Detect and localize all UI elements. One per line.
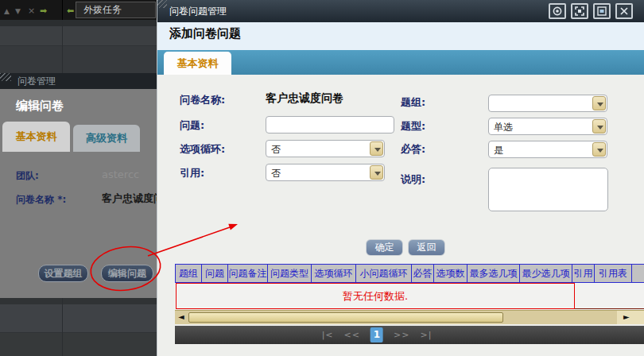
toolbar-divider	[62, 0, 63, 20]
bg-row	[0, 46, 157, 73]
sort-up-icon[interactable]: ▲	[4, 7, 10, 15]
first-page-button[interactable]: |<	[322, 330, 334, 340]
shade-icon	[553, 6, 562, 16]
close-button[interactable]	[615, 3, 633, 19]
maximize-icon	[575, 6, 584, 16]
option-loop-label: 选项循环:	[180, 142, 225, 157]
grid-header-row: 题组 问题 问题备注 问题类型 选项循环 小问题循环 必答 选项数 最多选几项 …	[175, 264, 644, 283]
no-data-message: 暂无任何数据.	[176, 283, 575, 309]
column-header: 引用	[572, 265, 595, 283]
pager-group: |< << 1 >> >|	[322, 326, 433, 344]
questionnaire-name-value: 客户忠诚度问卷	[102, 192, 157, 206]
option-loop-select[interactable]: 否	[266, 140, 385, 157]
prev-page-button[interactable]: <<	[344, 330, 360, 340]
return-button[interactable]: 返回	[408, 239, 445, 256]
option-loop-value: 否	[271, 143, 281, 157]
column-header: 最多选几项	[467, 265, 520, 283]
question-input[interactable]	[266, 118, 394, 134]
dialog-tab-basic[interactable]: 基本资料	[164, 52, 231, 75]
edit-questionnaire-panel: 编辑问卷 基本资料 高级资料 团队: astercc 问卷名称 *: 客户忠诚度…	[0, 89, 157, 298]
bg-column-divider	[62, 20, 63, 73]
horizontal-scrollbar[interactable]: ◄ ►	[175, 310, 644, 324]
bg-row	[0, 20, 157, 26]
questionnaire-name-label: 问卷名称 *:	[16, 193, 66, 207]
panel-header-title: 问卷管理	[17, 75, 56, 87]
description-textarea[interactable]	[488, 168, 608, 211]
shade-button[interactable]	[549, 3, 566, 19]
dialog-heading-strip: 添加问卷问题	[157, 22, 644, 50]
chevron-down-icon[interactable]	[370, 165, 383, 180]
panel-title: 编辑问卷	[16, 99, 64, 114]
panel-tab-advanced[interactable]: 高级资料	[73, 125, 140, 152]
close-icon	[619, 6, 629, 16]
tab-outbound-task[interactable]: 外拨任务	[76, 2, 156, 18]
column-header: 问题	[202, 265, 228, 283]
chevron-down-icon[interactable]	[592, 119, 606, 134]
column-header: 最少选几项	[520, 265, 572, 283]
close-icon[interactable]: ×	[28, 6, 35, 16]
set-question-group-button[interactable]: 设置题组	[38, 265, 88, 282]
confirm-button[interactable]: 确定	[366, 239, 403, 256]
bg-row	[0, 333, 157, 356]
reference-value: 否	[271, 167, 281, 180]
question-type-select[interactable]: 单选	[488, 118, 607, 135]
question-group-label: 题组:	[401, 95, 425, 110]
edit-question-button[interactable]: 编辑问题	[101, 265, 153, 282]
scroll-left-icon[interactable]: ◄	[178, 312, 184, 321]
dialog-titlebar[interactable]: 问卷问题管理	[157, 0, 644, 22]
question-type-value: 单选	[494, 121, 513, 134]
dialog-heading: 添加问卷问题	[169, 26, 241, 41]
questionnaire-name-label: 问卷名称:	[180, 93, 225, 107]
column-header: 问题类型	[268, 265, 312, 283]
team-value: astercc	[102, 168, 139, 180]
next-page-button[interactable]: >>	[394, 330, 409, 340]
column-header: 问题备注	[228, 265, 268, 283]
column-header: 引用表	[595, 265, 632, 283]
back-arrow-icon[interactable]: ⬅	[67, 6, 74, 16]
restore-button[interactable]	[593, 3, 611, 19]
question-input-wrap	[266, 116, 394, 134]
dialog-title: 问卷问题管理	[169, 5, 227, 18]
top-toolbar: ▲ ▼ × ➡ ⬅ 外拨任务	[0, 0, 157, 20]
chevron-down-icon[interactable]	[592, 142, 606, 157]
questionnaire-name-value: 客户忠诚度问卷	[266, 91, 343, 106]
grid-empty-row-remainder	[575, 283, 644, 309]
column-header: 题组	[176, 265, 202, 283]
forward-arrow-icon[interactable]: ➡	[40, 6, 47, 16]
team-label: 团队:	[16, 169, 39, 183]
maximize-button[interactable]	[571, 3, 588, 19]
resize-grip-icon	[157, 0, 167, 8]
question-type-label: 题型:	[401, 119, 425, 134]
required-value: 是	[494, 144, 503, 157]
column-header-filler	[632, 265, 644, 283]
bg-row	[0, 298, 157, 304]
column-header: 小问题循环	[356, 265, 412, 283]
grid-empty-row: 暂无任何数据.	[175, 283, 644, 309]
resize-grip-icon	[0, 73, 11, 81]
dialog-tabstrip: 基本资料	[157, 50, 644, 75]
question-group-select[interactable]	[488, 95, 607, 112]
reference-select[interactable]: 否	[266, 164, 385, 181]
screen: ▲ ▼ × ➡ ⬅ 外拨任务 问卷管理 编辑问卷 基本资料 高级资料 团队: a…	[0, 0, 644, 356]
sort-down-icon[interactable]: ▼	[15, 7, 21, 15]
last-page-button[interactable]: >|	[420, 330, 432, 340]
pagination-bar: |< << 1 >> >|	[175, 326, 644, 344]
question-grid: 题组 问题 问题备注 问题类型 选项循环 小问题循环 必答 选项数 最多选几项 …	[175, 264, 644, 309]
chevron-down-icon[interactable]	[370, 141, 383, 156]
description-label: 说明:	[401, 172, 425, 187]
chevron-down-icon[interactable]	[592, 96, 606, 110]
required-select[interactable]: 是	[488, 141, 607, 158]
restore-icon	[597, 6, 607, 16]
bg-row	[0, 26, 157, 45]
scrollbar-thumb[interactable]	[188, 312, 503, 323]
panel-header: 问卷管理	[0, 73, 157, 89]
current-page-badge[interactable]: 1	[370, 327, 383, 342]
bg-column-divider	[62, 298, 63, 356]
column-header: 选项循环	[312, 265, 356, 283]
scroll-right-button[interactable]: ►	[617, 311, 644, 324]
question-label: 问题:	[180, 118, 204, 133]
scroll-right-icon: ►	[623, 312, 630, 321]
panel-tab-basic[interactable]: 基本资料	[2, 122, 70, 152]
required-label: 必答:	[401, 142, 425, 157]
question-management-dialog: 问卷问题管理	[157, 0, 644, 356]
